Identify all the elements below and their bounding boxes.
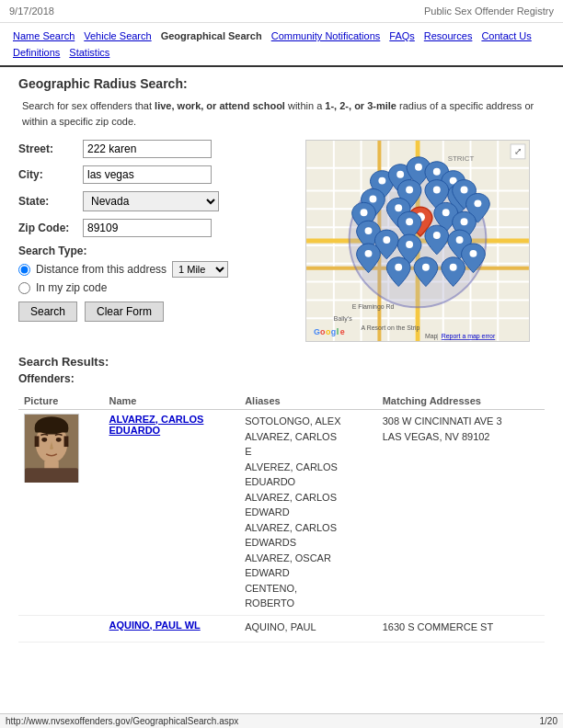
city-input[interactable]: [83, 165, 212, 184]
table-row: ALVAREZ, CARLOSEDUARDO SOTOLONGO, ALEXAL…: [18, 410, 545, 616]
svg-text:G: G: [314, 327, 320, 336]
table-header: Picture Name Aliases Matching Addresses: [18, 392, 545, 410]
offender1-photo-cell: [18, 410, 104, 616]
col-name: Name: [104, 392, 240, 410]
svg-point-38: [442, 209, 450, 216]
offender1-name-link[interactable]: ALVAREZ, CARLOSEDUARDO: [109, 414, 204, 436]
main-content: Geographic Radius Search: Search for sex…: [0, 67, 563, 652]
svg-rect-72: [64, 436, 69, 447]
street-row: Street:: [18, 140, 296, 158]
table-row: AQUINO, PAUL WL AQUINO, PAUL 1630 S COMM…: [18, 615, 545, 642]
svg-point-42: [433, 232, 441, 239]
nav-name-search[interactable]: Name Search: [9, 28, 78, 43]
svg-text:E Flamingo Rd: E Flamingo Rd: [352, 303, 395, 311]
offender2-address-cell: 1630 S COMMERCE ST: [377, 615, 545, 642]
offenders-title: Offenders:: [18, 372, 545, 385]
state-select[interactable]: Nevada: [83, 191, 219, 211]
svg-rect-71: [35, 436, 40, 447]
nav-geographical-search[interactable]: Geographical Search: [157, 28, 266, 43]
svg-text:l: l: [337, 327, 339, 336]
svg-point-48: [450, 264, 457, 271]
svg-point-36: [395, 204, 402, 211]
nav-faqs[interactable]: FAQs: [385, 28, 419, 43]
svg-text:e: e: [340, 327, 345, 336]
svg-point-39: [461, 218, 468, 225]
distance-radio[interactable]: [18, 264, 30, 276]
svg-point-22: [378, 177, 385, 185]
offender1-aliases-cell: SOTOLONGO, ALEXALVAREZ, CARLOSE ALVEREZ,…: [239, 410, 377, 616]
svg-point-24: [415, 164, 422, 171]
svg-text:g: g: [331, 327, 336, 336]
search-type-label: Search Type:: [18, 245, 296, 257]
svg-point-34: [474, 199, 481, 207]
offender1-name-cell: ALVAREZ, CARLOSEDUARDO: [104, 410, 240, 616]
offender2-name-link[interactable]: AQUINO, PAUL WL: [109, 620, 201, 631]
svg-point-23: [396, 171, 404, 178]
offender1-face-svg: [25, 414, 78, 483]
offender2-photo-placeholder: [24, 620, 79, 638]
top-bar: 9/17/2018 Public Sex Offender Registry: [0, 0, 563, 23]
search-type-section: Search Type: Distance from this address …: [18, 245, 296, 294]
clear-button[interactable]: Clear Form: [85, 301, 164, 322]
offender2-name-cell: AQUINO, PAUL WL: [104, 615, 240, 642]
svg-text:⤢: ⤢: [514, 146, 522, 156]
nav-definitions[interactable]: Definitions: [9, 45, 63, 60]
search-button[interactable]: Search: [18, 301, 77, 322]
search-form-section: Street: City: State: Nevada Zip Code:: [18, 140, 545, 342]
svg-text:Map: Map: [425, 333, 438, 340]
svg-point-69: [56, 438, 62, 442]
city-label: City:: [18, 168, 83, 181]
svg-point-28: [369, 195, 376, 202]
svg-rect-66: [25, 468, 78, 483]
nav-community-notifications[interactable]: Community Notifications: [268, 28, 385, 43]
col-matching: Matching Addresses: [377, 392, 545, 410]
svg-point-30: [365, 227, 373, 234]
svg-point-31: [406, 187, 413, 194]
street-label: Street:: [18, 142, 83, 155]
svg-point-32: [433, 187, 441, 194]
map-container[interactable]: E Flamingo Rd Bally's A Resort on the St…: [305, 140, 530, 342]
svg-point-37: [406, 218, 413, 225]
svg-point-68: [41, 438, 47, 442]
results-title: Search Results:: [18, 355, 545, 369]
nav-resources[interactable]: Resources: [420, 28, 477, 43]
offender1-address-cell: 308 W CINCINNATI AVE 3LAS VEGAS, NV 8910…: [377, 410, 545, 616]
svg-text:Bally's: Bally's: [334, 315, 352, 323]
svg-point-45: [469, 250, 477, 257]
distance-radio-row: Distance from this address 1 Mile 2 Mile…: [18, 261, 296, 278]
distance-label: Distance from this address: [36, 263, 167, 276]
zipcode-radio[interactable]: [18, 282, 30, 294]
zip-input[interactable]: [83, 219, 212, 237]
svg-point-40: [383, 236, 390, 244]
svg-point-43: [456, 236, 464, 244]
state-row: State: Nevada: [18, 191, 296, 211]
svg-text:A Resort on the Strip: A Resort on the Strip: [362, 324, 420, 332]
svg-point-29: [361, 209, 368, 216]
offender2-aliases-cell: AQUINO, PAUL: [239, 615, 377, 642]
nav-contact-us[interactable]: Contact Us: [477, 28, 534, 43]
zip-label: Zip Code:: [18, 222, 83, 234]
top-title: Public Sex Offender Registry: [424, 6, 554, 17]
svg-point-33: [461, 187, 468, 194]
mile-select[interactable]: 1 Mile 2 Miles 3 Miles: [172, 261, 228, 278]
col-aliases: Aliases: [239, 392, 377, 410]
svg-point-46: [395, 264, 402, 271]
street-input[interactable]: [83, 140, 212, 158]
nav-statistics[interactable]: Statistics: [65, 45, 113, 60]
nav-bar: Name Search Vehicle Search Geographical …: [0, 23, 563, 67]
offenders-table: Picture Name Aliases Matching Addresses: [18, 392, 545, 643]
svg-point-41: [406, 241, 413, 248]
zip-row: Zip Code:: [18, 219, 296, 237]
svg-text:Report a map error: Report a map error: [442, 333, 496, 340]
state-label: State:: [18, 195, 83, 208]
map-section: E Flamingo Rd Bally's A Resort on the St…: [305, 140, 545, 342]
form-left: Street: City: State: Nevada Zip Code:: [18, 140, 296, 342]
page-title: Geographic Radius Search:: [18, 76, 545, 91]
zipcode-label: In my zip code: [36, 281, 107, 294]
col-picture: Picture: [18, 392, 104, 410]
offenders-tbody: ALVAREZ, CARLOSEDUARDO SOTOLONGO, ALEXAL…: [18, 410, 545, 643]
offender1-photo: [24, 414, 79, 483]
svg-point-47: [422, 264, 430, 271]
svg-point-44: [365, 250, 373, 257]
nav-vehicle-search[interactable]: Vehicle Search: [80, 28, 155, 43]
